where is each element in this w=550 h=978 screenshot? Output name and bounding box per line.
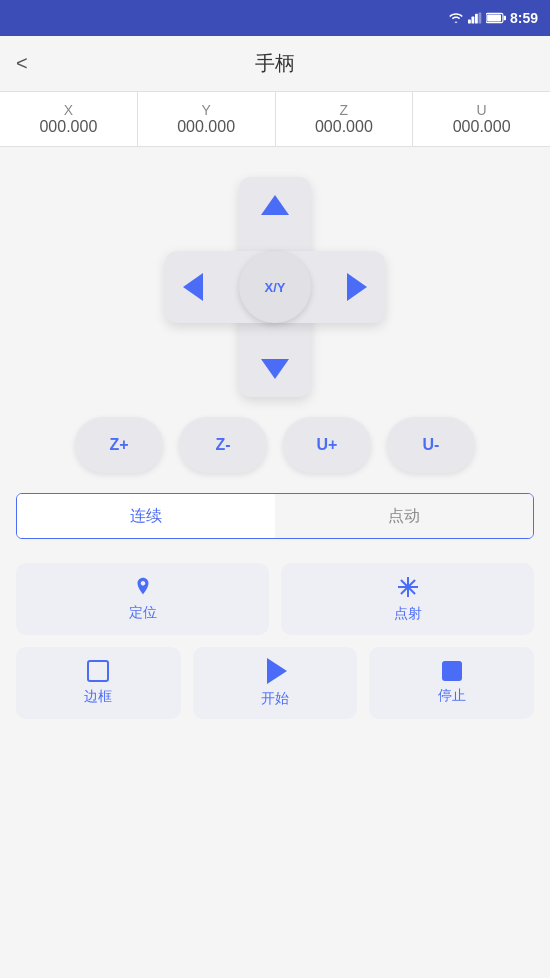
svg-rect-6 — [504, 16, 506, 21]
right-arrow-icon — [347, 273, 367, 301]
coord-y-label: Y — [201, 102, 210, 118]
dpad-down-button[interactable] — [257, 351, 293, 387]
main-content: X/Y Z+ Z- U+ U- 连续 点动 — [0, 147, 550, 555]
dpad: X/Y — [165, 177, 385, 397]
play-icon — [267, 658, 287, 684]
coord-z-label: Z — [340, 102, 349, 118]
top-bar: < 手柄 — [0, 36, 550, 92]
dpad-left-button[interactable] — [175, 269, 211, 305]
sparkle-icon — [396, 575, 420, 599]
border-label: 边框 — [84, 688, 112, 706]
signal-icon — [468, 11, 482, 25]
up-arrow-icon — [261, 195, 289, 215]
page-title: 手柄 — [255, 50, 295, 77]
coord-x-label: X — [64, 102, 73, 118]
u-minus-button[interactable]: U- — [387, 417, 475, 473]
svg-rect-5 — [487, 15, 501, 22]
coord-x-value: 000.000 — [39, 118, 97, 136]
dpad-container: X/Y — [165, 177, 385, 397]
shoot-label: 点射 — [394, 605, 422, 623]
battery-icon — [486, 12, 506, 24]
pin-icon — [132, 576, 154, 598]
toggle-continuous[interactable]: 连续 — [17, 494, 275, 538]
u-plus-button[interactable]: U+ — [283, 417, 371, 473]
coord-z-value: 000.000 — [315, 118, 373, 136]
zu-buttons: Z+ Z- U+ U- — [16, 417, 534, 473]
left-arrow-icon — [183, 273, 203, 301]
action-section: 定位 点射 边框 开始 停止 — [0, 563, 550, 719]
action-row-1: 定位 点射 — [16, 563, 534, 635]
coord-u-label: U — [477, 102, 487, 118]
dpad-right-button[interactable] — [339, 269, 375, 305]
z-minus-button[interactable]: Z- — [179, 417, 267, 473]
position-button[interactable]: 定位 — [16, 563, 269, 635]
svg-rect-3 — [478, 12, 481, 23]
action-row-2: 边框 开始 停止 — [16, 647, 534, 719]
coord-u-value: 000.000 — [453, 118, 511, 136]
svg-rect-1 — [471, 17, 474, 24]
svg-rect-2 — [475, 14, 478, 24]
coord-y: Y 000.000 — [138, 92, 276, 146]
coord-y-value: 000.000 — [177, 118, 235, 136]
coord-x: X 000.000 — [0, 92, 138, 146]
mode-toggle: 连续 点动 — [16, 493, 534, 539]
wifi-icon — [448, 12, 464, 24]
coord-z: Z 000.000 — [276, 92, 414, 146]
toggle-jog[interactable]: 点动 — [275, 494, 533, 538]
status-time: 8:59 — [510, 10, 538, 26]
border-button[interactable]: 边框 — [16, 647, 181, 719]
svg-rect-0 — [468, 19, 471, 23]
back-button[interactable]: < — [16, 52, 28, 75]
dpad-center-button[interactable]: X/Y — [239, 251, 311, 323]
square-icon — [87, 660, 109, 682]
start-label: 开始 — [261, 690, 289, 708]
stop-label: 停止 — [438, 687, 466, 705]
dpad-up-button[interactable] — [257, 187, 293, 223]
status-icons: 8:59 — [448, 10, 538, 26]
status-bar: 8:59 — [0, 0, 550, 36]
coord-u: U 000.000 — [413, 92, 550, 146]
stop-icon — [442, 661, 462, 681]
position-label: 定位 — [129, 604, 157, 622]
down-arrow-icon — [261, 359, 289, 379]
z-plus-button[interactable]: Z+ — [75, 417, 163, 473]
start-button[interactable]: 开始 — [193, 647, 358, 719]
shoot-button[interactable]: 点射 — [281, 563, 534, 635]
stop-button[interactable]: 停止 — [369, 647, 534, 719]
coordinates-bar: X 000.000 Y 000.000 Z 000.000 U 000.000 — [0, 92, 550, 147]
